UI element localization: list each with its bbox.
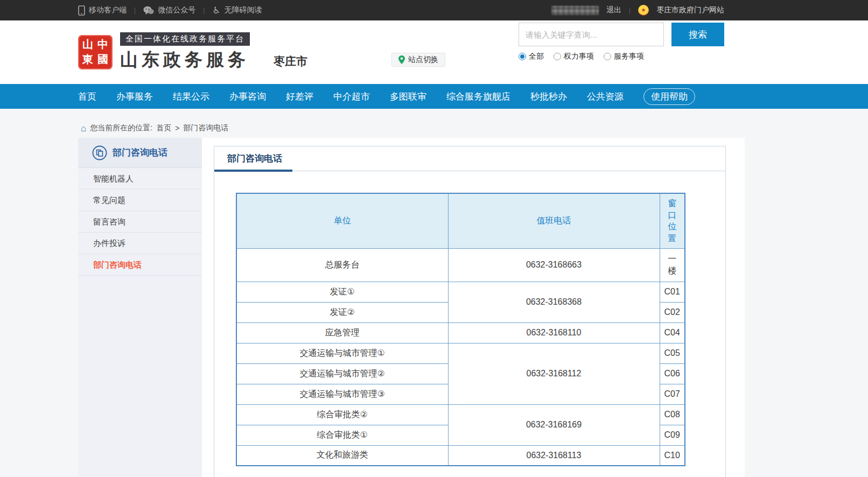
wechat-icon xyxy=(143,6,154,15)
sidebar-title: 部门咨询电话 xyxy=(113,146,167,159)
table-row: 发证①0632-3168368C01 xyxy=(236,282,685,302)
phone-table: 单位值班电话窗 口 位 置 总服务台0632-3168663一 楼发证①0632… xyxy=(236,193,685,466)
window-cell: C06 xyxy=(660,363,685,384)
logout-button[interactable]: 退出 xyxy=(606,5,621,15)
search-button[interactable]: 搜索 xyxy=(671,23,724,46)
scope-radio-3[interactable]: 服务事项 xyxy=(604,52,644,61)
phone-cell: 0632-3168169 xyxy=(448,404,660,445)
window-cell: C10 xyxy=(660,445,685,466)
nav-item-4[interactable]: 办事咨询 xyxy=(229,90,266,103)
nav-item-9[interactable]: 秒批秒办 xyxy=(530,90,567,103)
sidebar-item-1[interactable]: 智能机器人 xyxy=(78,168,202,190)
breadcrumb-home-link[interactable]: 首页 xyxy=(156,123,171,133)
phone-cell: 0632-3168368 xyxy=(448,282,660,322)
mobile-icon xyxy=(78,5,85,16)
unit-cell: 综合审批类② xyxy=(236,404,448,425)
topbar-link-label: 移动客户端 xyxy=(89,5,127,15)
table-row: 综合审批类②0632-3168169C08 xyxy=(236,404,685,425)
scope-radio-2[interactable]: 权力事项 xyxy=(554,52,594,61)
site-switch-label: 站点切换 xyxy=(408,55,438,65)
nav-item-8[interactable]: 综合服务旗舰店 xyxy=(446,90,510,103)
sidebar: 部门咨询电话 智能机器人常见问题留言咨询办件投诉部门咨询电话 xyxy=(78,138,202,477)
scope-radio-1[interactable]: 全部 xyxy=(519,52,544,61)
unit-cell: 综合审批类① xyxy=(236,425,448,445)
table-row: 总服务台0632-3168663一 楼 xyxy=(236,248,685,282)
unit-cell: 发证① xyxy=(236,282,448,302)
topbar-link-label: 无障碍阅读 xyxy=(225,5,262,15)
seal-char: 中 xyxy=(96,38,110,52)
topbar-separator: | xyxy=(203,6,205,14)
content-panel: 部门咨询电话 单位值班电话窗 口 位 置 总服务台0632-3168663一 楼… xyxy=(214,146,726,477)
nav-item-5[interactable]: 好差评 xyxy=(286,90,313,103)
window-cell: C04 xyxy=(660,322,685,343)
unit-cell: 交通运输与城市管理① xyxy=(236,343,448,363)
scope-label: 全部 xyxy=(529,52,544,61)
window-cell: C01 xyxy=(660,282,685,302)
shandong-seal-logo: 山中東國 xyxy=(78,35,113,69)
site-switch-button[interactable]: 站点切换 xyxy=(391,53,445,67)
radio-selected-icon[interactable] xyxy=(519,53,526,60)
sidebar-item-3[interactable]: 留言咨询 xyxy=(78,211,202,233)
nav-item-10[interactable]: 公共资源 xyxy=(587,90,624,103)
nav-item-6[interactable]: 中介超市 xyxy=(333,90,370,103)
unit-cell: 发证② xyxy=(236,302,448,322)
tab-dept-phone[interactable]: 部门咨询电话 xyxy=(227,152,282,165)
phone-cell: 0632-3168663 xyxy=(448,248,660,282)
phone-directory-icon xyxy=(92,145,107,160)
table-row: 交通运输与城市管理①0632-3168112C05 xyxy=(236,343,685,363)
topbar-separator: | xyxy=(629,6,631,14)
nav-item-7[interactable]: 多图联审 xyxy=(390,90,426,103)
unit-cell: 总服务台 xyxy=(236,248,448,282)
breadcrumb: ⌂ 您当前所在的位置: 首页 > 部门咨询电话 xyxy=(81,123,868,133)
scope-label: 服务事项 xyxy=(614,52,644,61)
site-title: 山东政务服务 xyxy=(120,48,250,72)
topbar: 移动客户端|微信公众号|♿无障碍阅读 退出 | ★ 枣庄市政府门户网站 xyxy=(0,0,868,20)
nav-item-1[interactable]: 首页 xyxy=(78,90,96,103)
tab-bar: 部门咨询电话 xyxy=(214,146,725,171)
topbar-link-2[interactable]: 微信公众号 xyxy=(143,5,195,15)
home-icon: ⌂ xyxy=(81,124,86,133)
sidebar-item-2[interactable]: 常见问题 xyxy=(78,190,202,211)
window-cell: C02 xyxy=(660,302,685,322)
accessibility-icon: ♿ xyxy=(212,6,220,15)
topbar-separator: | xyxy=(134,6,136,14)
sidebar-item-4[interactable]: 办件投诉 xyxy=(78,233,202,254)
radio-unselected-icon[interactable] xyxy=(554,53,561,60)
window-cell: 一 楼 xyxy=(660,248,685,282)
platform-badge: 全国一体化在线政务服务平台 xyxy=(120,32,250,46)
main-wrapper: 部门咨询电话 智能机器人常见问题留言咨询办件投诉部门咨询电话 部门咨询电话 单位… xyxy=(78,138,745,477)
nav-help-button[interactable]: 使用帮助 xyxy=(643,88,695,105)
window-cell: C08 xyxy=(660,404,685,425)
sidebar-item-5[interactable]: 部门咨询电话 xyxy=(78,254,202,276)
site-header: 山中東國 全国一体化在线政务服务平台 山东政务服务 枣庄市 站点切换 搜索 全部… xyxy=(0,20,868,84)
radio-unselected-icon[interactable] xyxy=(604,53,611,60)
topbar-link-1[interactable]: 移动客户端 xyxy=(78,5,127,16)
nav-item-3[interactable]: 结果公示 xyxy=(173,90,209,103)
portal-link[interactable]: 枣庄市政府门户网站 xyxy=(656,5,724,15)
national-emblem-icon: ★ xyxy=(638,5,649,16)
main-nav: 首页办事服务结果公示办事咨询好差评中介超市多图联审综合服务旗舰店秒批秒办公共资源… xyxy=(0,84,868,109)
search-input[interactable] xyxy=(519,23,664,46)
topbar-link-3[interactable]: ♿无障碍阅读 xyxy=(212,5,262,15)
table-row: 应急管理0632-3168110C04 xyxy=(236,322,685,343)
seal-char: 國 xyxy=(96,53,110,67)
location-pin-icon xyxy=(398,55,405,64)
topbar-links: 移动客户端|微信公众号|♿无障碍阅读 xyxy=(78,5,262,16)
unit-cell: 应急管理 xyxy=(236,322,448,343)
unit-cell: 交通运输与城市管理② xyxy=(236,363,448,384)
nav-item-2[interactable]: 办事服务 xyxy=(116,90,153,103)
scope-label: 权力事项 xyxy=(564,52,594,61)
breadcrumb-current: 部门咨询电话 xyxy=(183,123,228,133)
search-scope-radios: 全部权力事项服务事项 xyxy=(519,52,724,61)
username-blurred xyxy=(551,6,599,15)
phone-cell: 0632-3168110 xyxy=(448,322,660,343)
window-cell: C05 xyxy=(660,343,685,363)
tab-active-underline xyxy=(214,170,292,172)
brand-block: 全国一体化在线政务服务平台 山东政务服务 xyxy=(120,32,250,72)
unit-cell: 交通运输与城市管理③ xyxy=(236,384,448,404)
sidebar-header: 部门咨询电话 xyxy=(78,138,202,168)
table-header-col1: 单位 xyxy=(236,193,448,248)
seal-char: 東 xyxy=(81,53,95,67)
table-header-col3: 窗 口 位 置 xyxy=(660,193,685,248)
seal-char: 山 xyxy=(81,38,95,52)
